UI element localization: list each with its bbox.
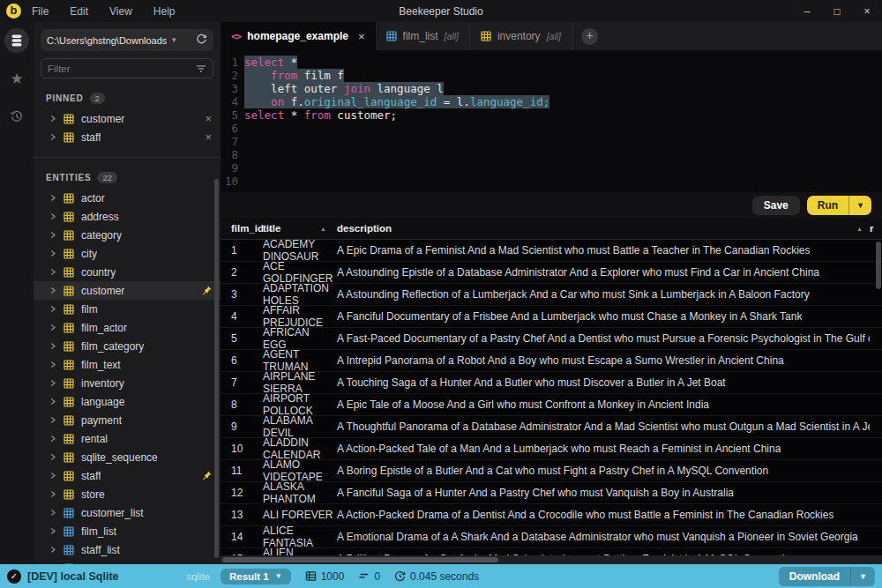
entity-item-inventory[interactable]: inventory — [34, 374, 220, 392]
table-row[interactable]: 2ACE GOLDFINGERA Astounding Epistle of a… — [220, 262, 882, 284]
entity-item-film_category[interactable]: film_category — [34, 337, 220, 355]
statusbar-connection[interactable]: ✓ [DEV] local Sqlite sqlite — [0, 569, 220, 584]
expand-chevron[interactable] — [49, 435, 56, 443]
tables-panel-button[interactable] — [4, 28, 29, 53]
cell-film-id[interactable]: 13 — [220, 509, 259, 521]
pinned-item-staff[interactable]: staff× — [34, 128, 220, 146]
tab-inventory[interactable]: inventory[all] — [470, 22, 572, 50]
entity-item-category[interactable]: category — [34, 226, 220, 244]
cell-description[interactable]: A Intrepid Panorama of a Robot And a Boy… — [333, 354, 870, 367]
column-header-description[interactable]: description ▲ — [333, 223, 870, 234]
cell-description[interactable]: A Astounding Reflection of a Lumberjack … — [333, 288, 870, 301]
new-tab-button[interactable]: + — [581, 28, 598, 45]
result-selector[interactable]: Result 1 ▼ — [220, 569, 291, 584]
expand-chevron[interactable] — [49, 249, 56, 257]
cell-description[interactable]: A Epic Drama of a Feminist And a Mad Sci… — [333, 244, 870, 257]
cell-description[interactable]: A Action-Packed Tale of a Man And a Lumb… — [333, 443, 870, 455]
run-options-button[interactable]: ▼ — [848, 196, 871, 215]
expand-chevron[interactable] — [49, 287, 56, 294]
expand-chevron[interactable] — [49, 324, 56, 331]
entity-item-customer[interactable]: customer — [34, 281, 220, 300]
column-header-partial[interactable]: r — [870, 223, 882, 234]
cell-film-id[interactable]: 6 — [220, 354, 259, 367]
table-row[interactable]: 8AIRPORT POLLOCKA Epic Tale of a Moose A… — [220, 394, 882, 416]
cell-description[interactable]: A Epic Tale of a Moose And a Girl who mu… — [333, 398, 870, 411]
cell-film-id[interactable]: 11 — [220, 465, 259, 477]
entity-item-country[interactable]: country — [34, 263, 220, 281]
expand-chevron[interactable] — [49, 194, 56, 202]
cell-film-id[interactable]: 9 — [220, 421, 259, 433]
cell-title[interactable]: AIRPLANE SIERRA — [259, 370, 333, 395]
cell-description[interactable]: A Thoughtful Panorama of a Database Admi… — [333, 421, 870, 433]
cell-film-id[interactable]: 5 — [220, 332, 259, 345]
cell-description[interactable]: A Emotional Drama of a A Shark And a Dat… — [333, 531, 870, 543]
filter-icon[interactable] — [196, 61, 206, 77]
cell-description[interactable]: A Fanciful Saga of a Hunter And a Pastry… — [333, 487, 870, 499]
expand-chevron[interactable] — [49, 231, 56, 239]
sidebar-scrollbar[interactable] — [214, 179, 219, 558]
favorites-panel-button[interactable]: ★ — [4, 66, 29, 91]
cell-title[interactable]: ALABAMA DEVIL — [259, 414, 333, 439]
cell-title[interactable]: ALAMO VIDEOTAPE — [259, 458, 333, 483]
cell-film-id[interactable]: 12 — [220, 487, 259, 499]
unpin-close-icon[interactable]: × — [205, 112, 212, 125]
pinned-item-customer[interactable]: customer× — [34, 109, 220, 128]
cell-title[interactable]: ACADEMY DINOSAUR — [259, 238, 333, 263]
tab-film_list[interactable]: film_list[all] — [376, 22, 470, 50]
table-row[interactable]: 12ALASKA PHANTOMA Fanciful Saga of a Hun… — [220, 482, 882, 504]
download-button[interactable]: Download — [779, 567, 850, 586]
cell-description[interactable]: A Fast-Paced Documentary of a Pastry Che… — [333, 332, 870, 345]
entity-item-film_text[interactable]: film_text — [34, 355, 220, 374]
grid-horizontal-scrollbar[interactable] — [220, 555, 882, 564]
table-row[interactable]: 5AFRICAN EGGA Fast-Paced Documentary of … — [220, 328, 882, 350]
cell-film-id[interactable]: 8 — [220, 398, 259, 411]
refresh-button[interactable] — [196, 33, 207, 48]
expand-chevron[interactable] — [49, 115, 56, 123]
cell-film-id[interactable]: 10 — [220, 443, 259, 455]
table-row[interactable]: 3ADAPTATION HOLESA Astounding Reflection… — [220, 284, 882, 306]
entity-item-staff[interactable]: staff — [34, 466, 220, 485]
entity-item-actor[interactable]: actor — [34, 189, 220, 207]
table-row[interactable]: 6AGENT TRUMANA Intrepid Panorama of a Ro… — [220, 350, 882, 372]
entity-item-address[interactable]: address — [34, 207, 220, 226]
expand-chevron[interactable] — [49, 361, 56, 368]
column-header-film-id[interactable]: film_id ▲ — [220, 223, 259, 234]
unpin-close-icon[interactable]: × — [205, 130, 212, 144]
cell-film-id[interactable]: 4 — [220, 310, 259, 323]
run-button[interactable]: Run — [807, 196, 848, 215]
entity-item-film_actor[interactable]: film_actor — [34, 318, 220, 337]
cell-description[interactable]: A Fanciful Documentary of a Frisbee And … — [333, 310, 870, 323]
entity-item-staff_list[interactable]: staff_list — [34, 540, 220, 559]
table-row[interactable]: 9ALABAMA DEVILA Thoughtful Panorama of a… — [220, 416, 882, 438]
entity-item-customer_list[interactable]: customer_list — [34, 503, 220, 522]
cell-film-id[interactable]: 14 — [220, 531, 259, 543]
cell-film-id[interactable]: 7 — [220, 376, 259, 389]
table-row[interactable]: 11ALAMO VIDEOTAPEA Boring Epistle of a B… — [220, 460, 882, 482]
expand-chevron[interactable] — [49, 527, 56, 535]
table-row[interactable]: 7AIRPLANE SIERRAA Touching Saga of a Hun… — [220, 372, 882, 394]
history-panel-button[interactable] — [4, 104, 29, 129]
entity-item-sqlite_sequence[interactable]: sqlite_sequence — [34, 448, 220, 466]
expand-chevron[interactable] — [49, 342, 56, 350]
cell-title[interactable]: ALADDIN CALENDAR — [259, 436, 333, 461]
entity-item-film[interactable]: film — [34, 300, 220, 318]
minimize-button[interactable]: – — [792, 5, 822, 18]
menu-file[interactable]: File — [32, 5, 49, 18]
expand-chevron[interactable] — [49, 305, 56, 313]
pinned-indicator[interactable] — [202, 471, 212, 480]
app-logo-icon[interactable]: b — [6, 4, 21, 19]
expand-chevron[interactable] — [49, 546, 56, 554]
entity-item-sales_by_store[interactable]: sales_by_store — [34, 559, 220, 564]
expand-chevron[interactable] — [49, 472, 56, 480]
cell-film-id[interactable]: 1 — [220, 244, 259, 257]
expand-chevron[interactable] — [49, 490, 56, 498]
cell-description[interactable]: A Action-Packed Drama of a Dentist And a… — [333, 509, 870, 521]
sql-editor[interactable]: 12345678910 select * from film f left ou… — [220, 50, 882, 192]
expand-chevron[interactable] — [49, 268, 56, 276]
expand-chevron[interactable] — [49, 398, 56, 406]
menu-edit[interactable]: Edit — [70, 5, 88, 18]
scrollbar-thumb[interactable] — [222, 557, 498, 562]
cell-title[interactable]: ADAPTATION HOLES — [259, 282, 333, 307]
connection-selector[interactable]: C:\Users\ghstng\Downloads ▼ — [41, 29, 213, 51]
cell-title[interactable]: AFFAIR PREJUDICE — [259, 304, 333, 329]
